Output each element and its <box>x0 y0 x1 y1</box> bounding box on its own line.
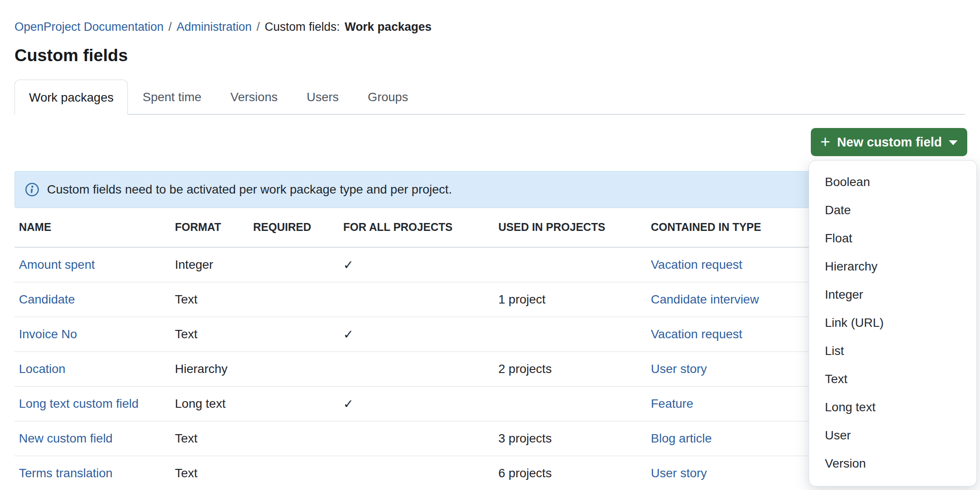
for-all-projects-cell: ✓ <box>339 317 494 352</box>
menu-item-boolean[interactable]: Boolean <box>809 168 976 196</box>
new-custom-field-button[interactable]: + New custom field <box>811 128 967 156</box>
tab-users[interactable]: Users <box>292 80 353 115</box>
breadcrumb-separator: / <box>257 19 260 34</box>
chevron-down-icon <box>949 140 958 145</box>
contained-in-type-link[interactable]: Vacation request <box>651 327 742 341</box>
column-header-for-all-projects: FOR ALL PROJECTS <box>339 208 494 247</box>
custom-field-name-link[interactable]: Amount spent <box>19 258 95 271</box>
contained-in-type-link[interactable]: User story <box>651 362 707 376</box>
required-cell <box>249 317 339 352</box>
format-cell: Text <box>171 282 249 317</box>
breadcrumb-link-administration[interactable]: Administration <box>177 19 252 34</box>
used-in-projects-cell <box>494 247 646 282</box>
used-in-projects-cell: 1 project <box>494 282 646 317</box>
menu-item-link-url[interactable]: Link (URL) <box>809 309 976 337</box>
contained-in-type-link[interactable]: Candidate interview <box>651 293 759 306</box>
column-header-name: NAME <box>15 208 171 247</box>
breadcrumb: OpenProject Documentation / Administrati… <box>15 19 432 34</box>
menu-item-float[interactable]: Float <box>809 224 976 252</box>
for-all-projects-cell <box>339 352 494 387</box>
contained-in-type-link[interactable]: Feature <box>651 397 693 410</box>
format-cell: Long text <box>171 387 249 421</box>
menu-item-integer[interactable]: Integer <box>809 281 976 309</box>
menu-item-date[interactable]: Date <box>809 196 976 224</box>
tab-versions[interactable]: Versions <box>216 80 292 115</box>
for-all-projects-cell <box>339 282 494 317</box>
format-cell: Text <box>171 421 249 456</box>
info-icon <box>25 182 40 197</box>
contained-in-type-link[interactable]: Vacation request <box>651 258 742 271</box>
for-all-projects-cell: ✓ <box>339 387 494 421</box>
format-cell: Text <box>171 317 249 352</box>
for-all-projects-cell <box>339 421 494 456</box>
menu-item-long-text[interactable]: Long text <box>809 393 976 421</box>
tab-spent-time[interactable]: Spent time <box>128 80 216 115</box>
menu-item-list[interactable]: List <box>809 337 976 365</box>
custom-field-name-link[interactable]: New custom field <box>19 431 113 445</box>
used-in-projects-cell: 3 projects <box>494 421 646 456</box>
for-all-projects-cell: ✓ <box>339 247 494 282</box>
tab-bar: Work packages Spent time Versions Users … <box>15 80 965 115</box>
required-cell <box>249 387 339 421</box>
breadcrumb-separator: / <box>168 19 172 34</box>
custom-field-name-link[interactable]: Long text custom field <box>19 397 138 410</box>
contained-in-type-link[interactable]: Blog article <box>651 431 712 445</box>
custom-field-name-link[interactable]: Candidate <box>19 293 75 306</box>
menu-item-text[interactable]: Text <box>809 365 976 393</box>
required-cell <box>249 456 339 490</box>
info-banner-text: Custom fields need to be activated per w… <box>47 183 452 197</box>
column-header-format: FORMAT <box>171 208 249 247</box>
used-in-projects-cell <box>494 317 646 352</box>
new-custom-field-dropdown: Boolean Date Float Hierarchy Integer Lin… <box>809 160 977 486</box>
breadcrumb-current-page: Work packages <box>345 19 432 34</box>
tab-work-packages[interactable]: Work packages <box>15 80 128 115</box>
column-header-used-in-projects: USED IN PROJECTS <box>494 208 646 247</box>
custom-field-name-link[interactable]: Invoice No <box>19 327 77 341</box>
tab-groups[interactable]: Groups <box>353 80 423 115</box>
used-in-projects-cell: 2 projects <box>494 352 646 387</box>
new-custom-field-button-label: New custom field <box>837 135 942 150</box>
custom-field-name-link[interactable]: Location <box>19 362 65 376</box>
required-cell <box>249 352 339 387</box>
menu-item-version[interactable]: Version <box>809 450 976 478</box>
breadcrumb-current: Custom fields: <box>265 19 340 34</box>
menu-item-user[interactable]: User <box>809 421 976 450</box>
custom-field-name-link[interactable]: Terms translation <box>19 466 113 480</box>
required-cell <box>249 421 339 456</box>
format-cell: Text <box>171 456 249 490</box>
format-cell: Hierarchy <box>171 352 249 387</box>
for-all-projects-cell <box>339 456 494 490</box>
used-in-projects-cell <box>494 387 646 421</box>
format-cell: Integer <box>171 247 249 282</box>
contained-in-type-link[interactable]: User story <box>651 466 707 480</box>
breadcrumb-link-openproject-documentation[interactable]: OpenProject Documentation <box>15 19 163 34</box>
plus-icon: + <box>820 133 830 150</box>
page-title: Custom fields <box>15 46 128 65</box>
used-in-projects-cell: 6 projects <box>494 456 646 490</box>
required-cell <box>249 247 339 282</box>
column-header-required: REQUIRED <box>249 208 339 247</box>
required-cell <box>249 282 339 317</box>
menu-item-hierarchy[interactable]: Hierarchy <box>809 252 976 281</box>
